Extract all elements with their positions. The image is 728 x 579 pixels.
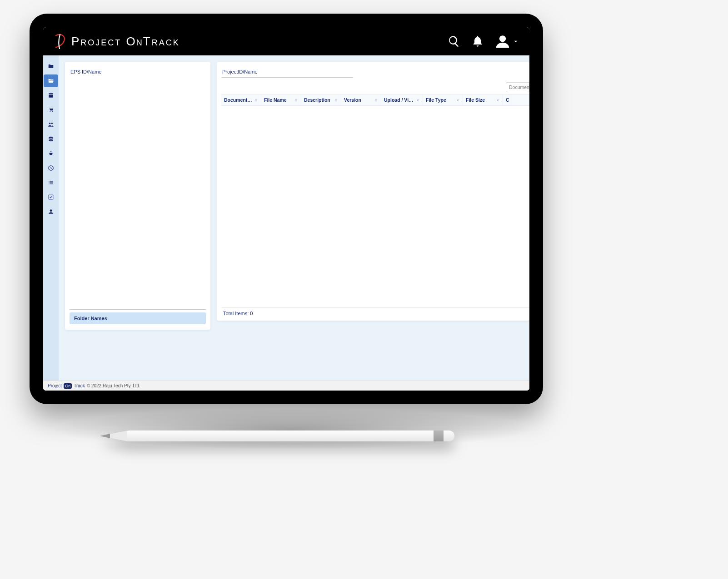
table-body-empty bbox=[221, 106, 529, 308]
footer-copyright: © 2022 Raju Tech Pty. Ltd. bbox=[87, 383, 140, 388]
column-header[interactable]: Document ID bbox=[221, 94, 261, 105]
documents-table: Document IDFile NameDescriptionVersionUp… bbox=[221, 94, 529, 317]
chevron-down-icon bbox=[374, 98, 378, 102]
sidebar-item-list[interactable] bbox=[44, 176, 58, 189]
column-label: Document ID bbox=[224, 97, 252, 103]
sidebar-item-folder[interactable] bbox=[44, 60, 58, 73]
column-label: Version bbox=[344, 97, 361, 103]
chevron-down-icon bbox=[294, 98, 298, 102]
document-search-input[interactable]: Document bbox=[506, 82, 529, 92]
column-label: File Size bbox=[466, 97, 485, 103]
stylus-pencil bbox=[100, 427, 464, 445]
chevron-down-icon bbox=[512, 38, 519, 45]
bell-icon[interactable] bbox=[471, 35, 484, 48]
column-label: File Type bbox=[426, 97, 446, 103]
app-header: Project OnTrack bbox=[43, 27, 529, 55]
chevron-down-icon bbox=[496, 98, 500, 102]
logo-text: Project OnTrack bbox=[71, 35, 180, 49]
sidebar-item-folder-open[interactable] bbox=[44, 74, 58, 87]
brand-project: Project bbox=[71, 35, 121, 48]
footer-track: Track bbox=[74, 383, 85, 388]
logo-mark-icon bbox=[53, 34, 67, 49]
app-footer: Project On Track © 2022 Raju Tech Pty. L… bbox=[43, 381, 529, 391]
search-icon[interactable] bbox=[448, 35, 460, 48]
column-label: Description bbox=[304, 97, 330, 103]
chevron-down-icon bbox=[254, 98, 258, 102]
right-panel: ProjectID/Name Document Document IDFile … bbox=[217, 62, 529, 321]
table-header-row: Document IDFile NameDescriptionVersionUp… bbox=[221, 94, 529, 106]
column-label: Upload / View Files bbox=[384, 97, 414, 103]
sidebar-item-bug[interactable] bbox=[44, 147, 58, 160]
svg-point-0 bbox=[499, 35, 506, 42]
chevron-down-icon bbox=[456, 98, 460, 102]
brand-track: Track bbox=[143, 35, 180, 48]
total-items-label: Total Items: bbox=[223, 311, 249, 316]
header-actions bbox=[448, 34, 519, 49]
column-header[interactable]: File Type bbox=[423, 94, 463, 105]
sidebar-item-users[interactable] bbox=[44, 118, 58, 131]
footer-on-badge: On bbox=[64, 383, 72, 389]
main-content: EPS ID/Name Folder Names ProjectID/Name … bbox=[59, 55, 529, 381]
column-label: File Name bbox=[264, 97, 287, 103]
column-label: C bbox=[506, 97, 509, 103]
eps-id-name-field[interactable]: EPS ID/Name bbox=[70, 67, 206, 310]
total-items-count: 0 bbox=[250, 311, 253, 316]
app-logo[interactable]: Project OnTrack bbox=[53, 34, 180, 49]
project-id-name-field[interactable]: ProjectID/Name bbox=[221, 67, 353, 78]
app-body: EPS ID/Name Folder Names ProjectID/Name … bbox=[43, 55, 529, 381]
chevron-down-icon bbox=[416, 98, 420, 102]
left-panel: EPS ID/Name Folder Names bbox=[65, 62, 210, 330]
table-footer: Total Items: 0 bbox=[221, 308, 529, 317]
brand-on: On bbox=[126, 35, 143, 48]
column-header[interactable]: C bbox=[503, 94, 512, 105]
folder-names-header[interactable]: Folder Names bbox=[70, 312, 206, 324]
chevron-down-icon bbox=[334, 98, 338, 102]
sidebar-item-user[interactable] bbox=[44, 205, 58, 218]
user-menu[interactable] bbox=[495, 34, 519, 49]
sidebar-item-clock[interactable] bbox=[44, 162, 58, 174]
svg-point-2 bbox=[50, 209, 52, 212]
sidebar-item-database[interactable] bbox=[44, 133, 58, 145]
column-header[interactable]: Description bbox=[301, 94, 341, 105]
app-screen: Project OnTrack bbox=[43, 27, 529, 391]
footer-project: Project bbox=[48, 383, 62, 388]
sidebar-item-check[interactable] bbox=[44, 191, 58, 203]
column-header[interactable]: Version bbox=[341, 94, 381, 105]
sidebar bbox=[43, 55, 59, 381]
column-header[interactable]: Upload / View Files bbox=[381, 94, 423, 105]
column-header[interactable]: File Size bbox=[463, 94, 503, 105]
column-header[interactable]: File Name bbox=[261, 94, 301, 105]
tablet-frame: Project OnTrack bbox=[30, 14, 543, 404]
sidebar-item-cart[interactable] bbox=[44, 104, 58, 116]
sidebar-item-calendar[interactable] bbox=[44, 89, 58, 102]
